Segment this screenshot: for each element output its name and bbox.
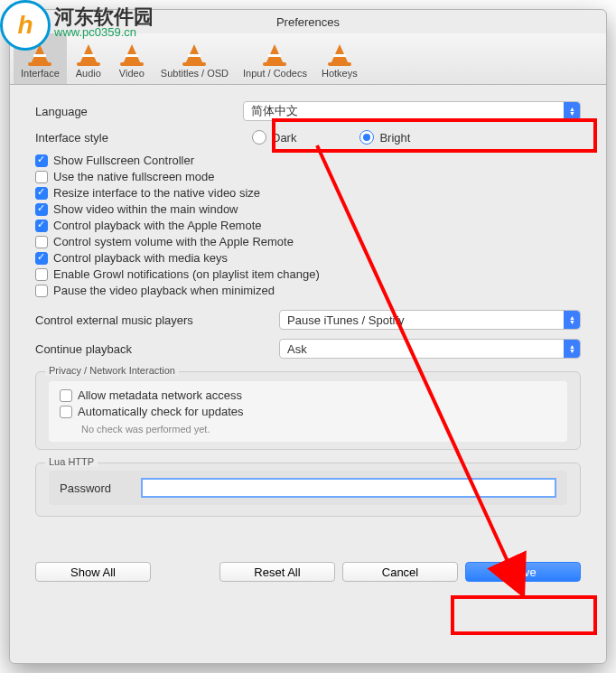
checkbox-option[interactable]: Use the native fullscreen mode: [35, 170, 581, 183]
continue-playback-select[interactable]: Ask ▲▼: [279, 339, 581, 359]
annotation-highlight-save: [451, 595, 597, 635]
checkbox-label: Resize interface to the native video siz…: [53, 186, 260, 200]
checkbox-label: Use the native fullscreen mode: [53, 170, 214, 183]
checkbox-metadata[interactable]: Allow metadata network access: [60, 388, 556, 402]
checkbox-option[interactable]: Enable Growl notifications (on playlist …: [35, 267, 581, 281]
checkbox-icon: [35, 220, 48, 232]
tab-video[interactable]: Video: [110, 33, 154, 84]
checkbox-label: Pause the video playback when minimized: [53, 284, 275, 297]
save-button[interactable]: Save: [465, 562, 581, 582]
checkbox-icon: [35, 203, 48, 216]
music-control-select[interactable]: Pause iTunes / Spotify ▲▼: [279, 310, 581, 330]
checkbox-label: Enable Growl notifications (on playlist …: [53, 267, 320, 281]
radio-icon: [359, 130, 374, 145]
tab-audio[interactable]: Audio: [67, 33, 110, 84]
language-label: Language: [35, 105, 243, 118]
checkbox-option[interactable]: Control playback with media keys: [35, 251, 581, 265]
checkbox-icon: [35, 236, 48, 248]
checkbox-icon: [35, 252, 48, 265]
tab-hotkeys[interactable]: Hotkeys: [314, 33, 365, 84]
language-select[interactable]: 简体中文 ▲▼: [243, 101, 581, 121]
checkbox-option[interactable]: Pause the video playback when minimized: [35, 284, 581, 297]
reset-all-button[interactable]: Reset All: [219, 562, 335, 582]
content-area: Language 简体中文 ▲▼ Interface style Dark Br…: [10, 85, 606, 546]
tab-input-codecs[interactable]: Input / Codecs: [236, 33, 314, 84]
preferences-window: Preferences Interface Audio Video Subtit…: [9, 9, 607, 664]
checkbox-label: Control system volume with the Apple Rem…: [53, 235, 294, 248]
cone-icon: [180, 37, 209, 66]
privacy-legend: Privacy / Network Interaction: [45, 365, 179, 376]
radio-dark[interactable]: Dark: [252, 130, 296, 145]
checkbox-icon: [35, 171, 48, 183]
show-all-button[interactable]: Show All: [35, 562, 151, 582]
checkbox-label: Show video within the main window: [53, 202, 238, 216]
checkbox-icon: [35, 187, 48, 200]
interface-style-label: Interface style: [35, 131, 243, 145]
cone-icon: [117, 37, 146, 66]
button-bar: Show All Reset All Cancel Save: [10, 562, 606, 582]
checkbox-label: Control playback with the Apple Remote: [53, 219, 262, 232]
continue-playback-label: Continue playback: [35, 342, 279, 356]
lua-fieldset: Lua HTTP Password: [35, 463, 581, 517]
password-input[interactable]: [141, 478, 556, 498]
checkbox-icon: [35, 268, 48, 281]
checkbox-label: Show Fullscreen Controller: [53, 154, 194, 167]
update-check-hint: No check was performed yet.: [81, 424, 556, 435]
cone-icon: [74, 37, 103, 66]
checkbox-updates[interactable]: Automatically check for updates: [60, 405, 556, 418]
checkbox-icon: [35, 154, 48, 167]
radio-icon: [252, 130, 266, 145]
checkbox-icon: [60, 406, 72, 418]
radio-bright[interactable]: Bright: [359, 130, 410, 145]
checkbox-list: Show Fullscreen ControllerUse the native…: [35, 154, 581, 297]
toolbar: Interface Audio Video Subtitles / OSD In…: [10, 33, 606, 85]
cone-icon: [325, 37, 354, 66]
checkbox-option[interactable]: Control playback with the Apple Remote: [35, 219, 581, 232]
music-control-label: Control external music players: [35, 313, 279, 327]
lua-legend: Lua HTTP: [45, 456, 98, 467]
select-arrows-icon: ▲▼: [569, 344, 575, 353]
checkbox-option[interactable]: Show video within the main window: [35, 202, 581, 216]
checkbox-option[interactable]: Show Fullscreen Controller: [35, 154, 581, 167]
checkbox-label: Control playback with media keys: [53, 251, 228, 265]
cone-icon: [260, 37, 289, 66]
cancel-button[interactable]: Cancel: [342, 562, 458, 582]
password-label: Password: [60, 481, 132, 495]
checkbox-option[interactable]: Resize interface to the native video siz…: [35, 186, 581, 200]
privacy-fieldset: Privacy / Network Interaction Allow meta…: [35, 371, 581, 450]
select-arrows-icon: ▲▼: [569, 107, 575, 116]
checkbox-icon: [60, 389, 72, 402]
checkbox-option[interactable]: Control system volume with the Apple Rem…: [35, 235, 581, 248]
checkbox-icon: [35, 285, 48, 297]
select-arrows-icon: ▲▼: [569, 315, 575, 324]
tab-subtitles[interactable]: Subtitles / OSD: [154, 33, 236, 84]
watermark-logo: h 河东软件园 www.pc0359.cn: [0, 0, 51, 51]
